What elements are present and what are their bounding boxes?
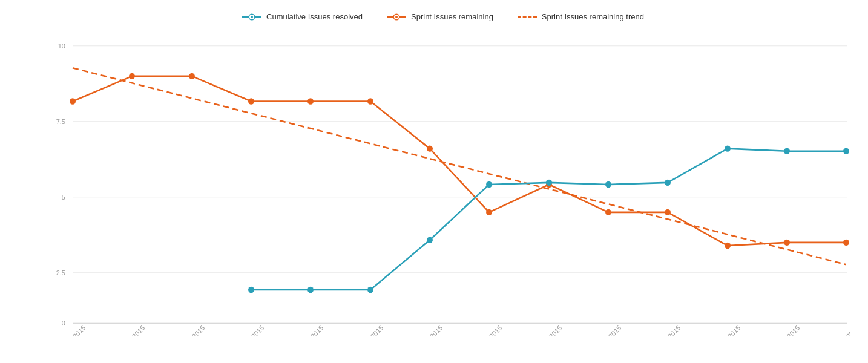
legend-sprint-trend-label: Sprint Issues remaining trend <box>542 12 644 21</box>
legend-sprint-remaining: Sprint Issues remaining <box>387 12 493 21</box>
sprint-dot-1 <box>129 73 135 79</box>
x-label-7: Dec 04 2015 <box>472 324 503 336</box>
y-label-5: 5 <box>62 194 65 201</box>
legend-cumulative: Cumulative Issues resolved <box>242 12 363 21</box>
cumulative-dot-7 <box>486 182 492 188</box>
sprint-dot-9 <box>605 209 611 215</box>
x-label-3: Nov 30 2015 <box>234 324 265 336</box>
cumulative-dot-9 <box>605 182 611 188</box>
x-label-13: Dec 10 2015 <box>829 324 850 336</box>
x-label-1: Nov 28 2015 <box>114 324 146 336</box>
sprint-dot-10 <box>665 209 671 215</box>
x-label-10: Dec 07 2015 <box>650 324 682 336</box>
y-label-10: 10 <box>58 42 65 50</box>
cumulative-dot-13 <box>843 148 849 154</box>
sprint-dot-2 <box>189 73 195 79</box>
sprint-dot-11 <box>725 243 731 249</box>
x-label-0: Nov 27 2015 <box>55 324 87 336</box>
legend-sprint-remaining-label: Sprint Issues remaining <box>411 12 493 21</box>
sprint-dot-12 <box>784 240 790 246</box>
sprint-remaining-line <box>73 76 846 246</box>
x-label-5: Dec 02 2015 <box>353 324 384 336</box>
x-label-8: Dec 05 2015 <box>531 324 563 336</box>
cumulative-dot-11 <box>725 145 731 151</box>
sprint-dot-4 <box>307 98 314 104</box>
trend-line <box>73 68 846 264</box>
cumulative-dot-4 <box>307 287 314 293</box>
cumulative-dot-8 <box>546 180 552 186</box>
x-label-11: Dec 08 2015 <box>710 324 741 336</box>
cumulative-line <box>251 149 846 290</box>
chart-svg: 10 7.5 5 2.5 0 Nov 27 2015 Nov 28 2015 N… <box>36 33 850 336</box>
sprint-dot-7 <box>486 209 492 215</box>
x-label-2: Nov 29 2015 <box>174 324 206 336</box>
sprint-dot-6 <box>427 145 433 151</box>
sprint-dot-13 <box>843 240 849 246</box>
sprint-dot-0 <box>70 98 76 104</box>
x-label-9: Dec 06 2015 <box>591 324 622 336</box>
legend-cumulative-label: Cumulative Issues resolved <box>266 12 363 21</box>
y-label-0: 0 <box>62 319 65 327</box>
burndown-chart: Cumulative Issues resolved Sprint Issues… <box>0 0 868 363</box>
x-label-4: Dec 01 2015 <box>293 324 324 336</box>
chart-legend: Cumulative Issues resolved Sprint Issues… <box>36 12 850 21</box>
cumulative-dot-10 <box>665 180 671 186</box>
sprint-dot-3 <box>248 98 254 104</box>
sprint-dot-5 <box>367 98 373 104</box>
x-label-12: Dec 09 2015 <box>769 324 801 336</box>
y-label-25: 2.5 <box>56 269 65 276</box>
cumulative-dot-12 <box>784 148 790 154</box>
cumulative-dot-5 <box>367 287 373 293</box>
legend-sprint-trend: Sprint Issues remaining trend <box>518 12 644 21</box>
cumulative-dot-6 <box>427 237 433 243</box>
x-label-6: Dec 03 2015 <box>412 324 444 336</box>
cumulative-dot-3 <box>248 287 254 293</box>
y-label-75: 7.5 <box>56 118 65 125</box>
